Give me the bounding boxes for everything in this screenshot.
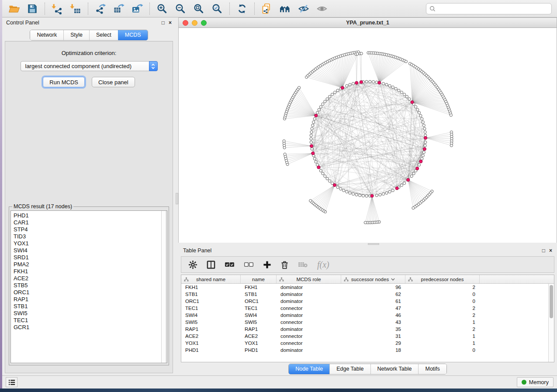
network-node[interactable]	[356, 53, 359, 55]
list-item[interactable]: TID3	[14, 233, 167, 240]
network-node[interactable]	[412, 206, 415, 209]
table-row[interactable]: RAP1RAP1dominator352	[181, 326, 548, 333]
network-node[interactable]	[329, 95, 331, 98]
network-node[interactable]	[403, 93, 405, 96]
network-node[interactable]	[416, 108, 419, 111]
export-image-button[interactable]	[128, 2, 146, 16]
new-network-from-selection-button[interactable]	[258, 2, 276, 16]
network-node[interactable]	[324, 175, 326, 177]
network-node[interactable]	[379, 193, 381, 196]
network-node[interactable]	[385, 192, 388, 194]
minimize-window-icon[interactable]	[192, 20, 197, 26]
mcds-network-node[interactable]	[370, 194, 374, 197]
list-item[interactable]: SRD1	[14, 254, 167, 261]
mcds-network-node[interactable]	[333, 183, 336, 186]
save-session-button[interactable]	[23, 2, 42, 16]
network-node[interactable]	[313, 117, 316, 120]
splitter-handle[interactable]	[176, 193, 178, 204]
float-panel-icon[interactable]: □	[162, 20, 165, 25]
network-node[interactable]	[319, 169, 322, 172]
mcds-network-node[interactable]	[416, 167, 419, 170]
list-item[interactable]: STB5	[14, 282, 167, 289]
network-node[interactable]	[310, 134, 312, 137]
table-row[interactable]: STB1STB1dominator620	[181, 291, 548, 298]
list-item[interactable]: RAP1	[14, 296, 167, 303]
optimization-criterion-select[interactable]: largest connected component (undirected)	[21, 61, 158, 71]
tab-motifs[interactable]: Motifs	[418, 364, 446, 374]
network-graph[interactable]	[179, 28, 557, 243]
mcds-network-node[interactable]	[395, 187, 398, 190]
network-node[interactable]	[352, 83, 354, 85]
add-column-button[interactable]	[263, 261, 271, 269]
network-node[interactable]	[372, 80, 375, 83]
column-header-predecessor-nodes[interactable]: predecessor nodes	[405, 275, 480, 283]
table-row[interactable]: ORC1ORC1dominator610	[181, 298, 548, 305]
network-node[interactable]	[283, 140, 285, 142]
network-node[interactable]	[311, 127, 313, 130]
network-node[interactable]	[394, 87, 397, 90]
list-item[interactable]: TEC1	[14, 317, 167, 324]
horizontal-splitter[interactable]	[178, 243, 557, 245]
zoom-fit-button[interactable]	[190, 2, 208, 16]
network-node[interactable]	[311, 148, 313, 150]
network-node[interactable]	[391, 189, 394, 192]
scrollbar-thumb[interactable]	[550, 285, 553, 318]
network-node[interactable]	[422, 154, 424, 157]
network-node[interactable]	[369, 80, 371, 83]
network-node[interactable]	[424, 141, 427, 144]
network-node[interactable]	[343, 189, 345, 192]
network-node[interactable]	[310, 141, 312, 144]
zoom-out-button[interactable]	[171, 2, 190, 16]
network-node[interactable]	[382, 193, 384, 195]
import-network-button[interactable]	[48, 2, 66, 16]
network-node[interactable]	[418, 111, 420, 114]
list-item[interactable]: YOX1	[14, 240, 167, 247]
export-network-button[interactable]	[91, 2, 110, 16]
search-input[interactable]	[438, 6, 548, 12]
network-node[interactable]	[346, 85, 348, 87]
mcds-network-node[interactable]	[310, 144, 313, 148]
network-node[interactable]	[355, 193, 358, 196]
tab-network-table[interactable]: Network Table	[370, 364, 419, 374]
network-node[interactable]	[315, 161, 317, 163]
table-row[interactable]: TEC1TEC1connector472	[181, 305, 548, 312]
list-item[interactable]: PMA2	[14, 261, 167, 268]
zoom-in-button[interactable]	[153, 2, 171, 16]
list-item[interactable]: SWI5	[14, 310, 167, 317]
close-panel-button[interactable]: Close panel	[92, 77, 135, 87]
list-item[interactable]: SWI4	[14, 247, 167, 254]
network-node[interactable]	[424, 144, 426, 147]
tab-node-table[interactable]: Node Table	[289, 364, 329, 374]
tab-style[interactable]: Style	[63, 30, 89, 40]
list-item[interactable]: GCR1	[14, 324, 167, 331]
network-node[interactable]	[334, 91, 336, 94]
maximize-window-icon[interactable]	[201, 20, 207, 26]
table-settings-button[interactable]	[188, 260, 197, 269]
network-node[interactable]	[311, 124, 314, 127]
zoom-selected-button[interactable]	[208, 2, 226, 16]
network-node[interactable]	[310, 138, 312, 140]
network-node[interactable]	[421, 117, 423, 120]
network-node[interactable]	[339, 188, 342, 190]
network-node[interactable]	[400, 91, 403, 94]
export-table-button[interactable]	[110, 2, 128, 16]
list-item[interactable]: FKH1	[14, 268, 167, 275]
network-node[interactable]	[331, 93, 333, 96]
select-all-button[interactable]	[225, 261, 235, 268]
network-node[interactable]	[391, 86, 394, 89]
network-node[interactable]	[450, 114, 452, 117]
network-node[interactable]	[349, 83, 351, 86]
network-node[interactable]	[405, 95, 408, 98]
network-node[interactable]	[326, 98, 329, 100]
network-node[interactable]	[418, 164, 420, 166]
network-node[interactable]	[415, 106, 417, 108]
network-node[interactable]	[336, 89, 339, 92]
run-mcds-button[interactable]: Run MCDS	[43, 77, 85, 87]
network-node[interactable]	[398, 89, 400, 92]
network-node[interactable]	[422, 151, 425, 154]
mcds-network-node[interactable]	[378, 81, 381, 84]
mcds-network-node[interactable]	[355, 81, 358, 84]
mcds-result-list[interactable]: PHD1CAR1STP4TID3YOX1SWI4SRD1PMA2FKH1ACE2…	[10, 210, 167, 363]
mcds-network-node[interactable]	[311, 152, 315, 155]
network-node[interactable]	[412, 172, 415, 175]
